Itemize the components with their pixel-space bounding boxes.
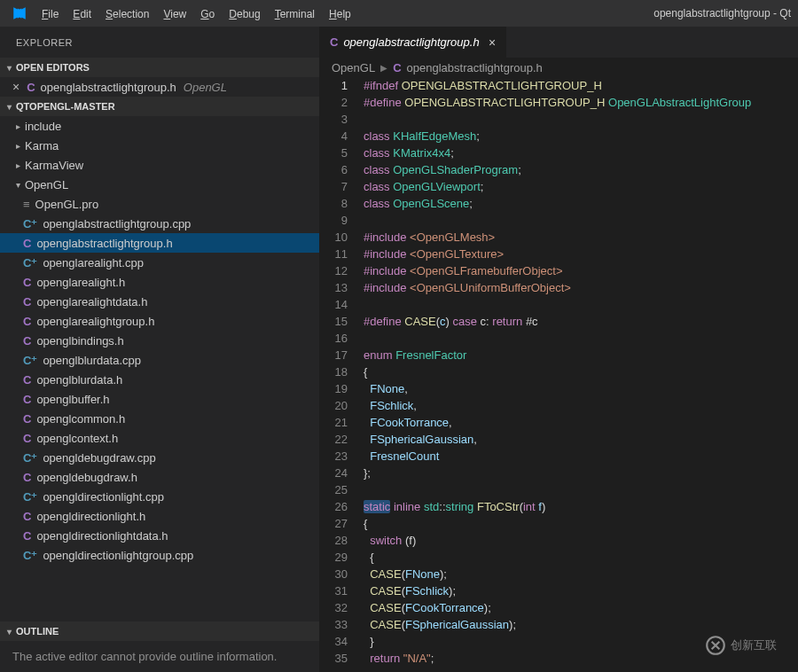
close-icon[interactable]: × <box>489 35 496 50</box>
file-label: opengldirectionlight.h <box>36 510 145 523</box>
file-label: openglarealightdata.h <box>36 295 147 309</box>
file-item[interactable]: Copenglabstractlightgroup.h <box>0 233 319 253</box>
watermark-text: 创新互联 <box>731 637 777 653</box>
code-content[interactable]: #ifndef OPENGLABSTRACTLIGHTGROUP_H#defin… <box>364 77 798 672</box>
code-area[interactable]: 1234567891011121314151617181920212223242… <box>319 77 798 672</box>
file-label: openglabstractlightgroup.cpp <box>43 217 191 231</box>
file-label: OpenGL.pro <box>35 198 99 211</box>
file-c-icon: C <box>330 35 338 49</box>
file-item[interactable]: Copenglbindings.h <box>0 331 319 350</box>
file-item[interactable]: C⁺openglarealight.cpp <box>0 253 319 272</box>
app-icon <box>4 4 35 22</box>
file-tree: ▸include▸Karma▸KarmaView▾OpenGL≡OpenGL.p… <box>0 116 319 621</box>
file-c-icon: C <box>23 529 31 543</box>
file-label: openglbindings.h <box>36 334 123 348</box>
file-cpp-icon: C⁺ <box>23 451 37 465</box>
folder-label: Karma <box>25 139 59 152</box>
tab-label: openglabstractlightgroup.h <box>343 35 479 49</box>
file-c-icon: C <box>23 432 31 445</box>
file-c-icon: C <box>23 471 31 484</box>
file-cpp-icon: C⁺ <box>23 256 37 270</box>
chevron-right-icon: ▸ <box>12 160 23 170</box>
file-item[interactable]: C⁺opengldebugdraw.cpp <box>0 448 319 467</box>
chevron-right-icon: ▸ <box>12 121 23 131</box>
file-c-icon: C <box>23 373 31 387</box>
file-name: openglabstractlightgroup.h <box>41 81 176 94</box>
chevron-down-icon: ▾ <box>12 180 23 190</box>
file-label: openglblurdata.h <box>36 373 122 387</box>
folder-include[interactable]: ▸include <box>0 116 319 136</box>
chevron-down-icon: ▾ <box>4 102 14 112</box>
file-c-icon: C <box>23 510 31 523</box>
file-c-icon: C <box>23 276 31 289</box>
file-label: opengldirectionlightdata.h <box>36 529 168 543</box>
file-item[interactable]: Copenglcontext.h <box>0 428 319 448</box>
menu-terminal[interactable]: Terminal <box>268 4 322 24</box>
file-label: openglarealight.h <box>36 276 125 289</box>
window-title: openglabstractlightgroup - Qt <box>650 7 794 20</box>
file-label: opengldebugdraw.h <box>36 471 137 484</box>
file-label: opengldirectionlight.cpp <box>43 490 164 504</box>
menu-go[interactable]: Go <box>193 4 222 24</box>
tab-bar: C openglabstractlightgroup.h × <box>319 27 798 58</box>
chevron-right-icon: ▶ <box>380 63 387 73</box>
close-icon[interactable]: × <box>12 80 20 94</box>
menu-file[interactable]: File <box>35 4 66 24</box>
file-icon: ≡ <box>23 198 30 211</box>
file-c-icon: C <box>23 412 31 426</box>
menu-view[interactable]: View <box>156 4 193 24</box>
file-c-icon: C <box>23 334 31 348</box>
file-label: opengldebugdraw.cpp <box>43 451 155 465</box>
breadcrumb-seg[interactable]: openglabstractlightgroup.h <box>407 61 543 74</box>
file-item[interactable]: ≡OpenGL.pro <box>0 194 319 214</box>
file-item[interactable]: Copenglblurdata.h <box>0 370 319 389</box>
file-item[interactable]: C⁺opengldirectionlightgroup.cpp <box>0 545 319 565</box>
file-label: openglbuffer.h <box>36 393 109 406</box>
file-label: openglblurdata.cpp <box>43 354 141 367</box>
file-label: openglcommon.h <box>36 412 125 426</box>
file-item[interactable]: C⁺openglabstractlightgroup.cpp <box>0 214 319 233</box>
line-gutter: 1234567891011121314151617181920212223242… <box>319 77 364 672</box>
file-c-icon: C <box>27 81 35 94</box>
section-outline[interactable]: ▾ OUTLINE <box>0 621 319 641</box>
folder-suffix: OpenGL <box>184 81 227 94</box>
section-project[interactable]: ▾ QTOPENGL-MASTER <box>0 97 319 116</box>
file-item[interactable]: Copengldebugdraw.h <box>0 467 319 487</box>
watermark: 创新互联 <box>704 628 789 663</box>
file-label: openglabstractlightgroup.h <box>36 237 172 250</box>
open-editor-item[interactable]: ×Copenglabstractlightgroup.hOpenGL <box>0 77 319 97</box>
file-item[interactable]: C⁺openglblurdata.cpp <box>0 350 319 370</box>
folder-label: KarmaView <box>25 159 83 172</box>
menu-edit[interactable]: Edit <box>66 4 98 24</box>
editor: C openglabstractlightgroup.h × OpenGL ▶ … <box>319 27 798 672</box>
file-item[interactable]: Copenglbuffer.h <box>0 389 319 409</box>
file-item[interactable]: Copengldirectionlightdata.h <box>0 526 319 545</box>
folder-karmaview[interactable]: ▸KarmaView <box>0 155 319 175</box>
file-item[interactable]: Copenglarealightgroup.h <box>0 311 319 331</box>
folder-karma[interactable]: ▸Karma <box>0 136 319 155</box>
file-cpp-icon: C⁺ <box>23 490 37 504</box>
section-label: OPEN EDITORS <box>16 62 90 73</box>
tab-active[interactable]: C openglabstractlightgroup.h × <box>319 27 507 58</box>
file-c-icon: C <box>23 295 31 309</box>
menu-debug[interactable]: Debug <box>222 4 267 24</box>
chevron-down-icon: ▾ <box>4 627 14 637</box>
menubar: FileEditSelectionViewGoDebugTerminalHelp… <box>0 0 798 27</box>
section-label: OUTLINE <box>16 626 59 637</box>
menu-help[interactable]: Help <box>322 4 358 24</box>
breadcrumb[interactable]: OpenGL ▶ C openglabstractlightgroup.h <box>319 58 798 77</box>
sidebar-title: EXPLORER <box>0 27 319 58</box>
breadcrumb-seg[interactable]: OpenGL <box>332 61 375 74</box>
section-open-editors[interactable]: ▾ OPEN EDITORS <box>0 58 319 77</box>
file-item[interactable]: C⁺opengldirectionlight.cpp <box>0 487 319 506</box>
chevron-right-icon: ▸ <box>12 141 23 151</box>
file-item[interactable]: Copenglarealightdata.h <box>0 292 319 311</box>
file-item[interactable]: Copengldirectionlight.h <box>0 506 319 526</box>
folder-opengl[interactable]: ▾OpenGL <box>0 175 319 194</box>
menu-selection[interactable]: Selection <box>98 4 156 24</box>
file-c-icon: C <box>23 393 31 406</box>
file-item[interactable]: Copenglcommon.h <box>0 409 319 428</box>
file-label: openglarealightgroup.h <box>36 315 154 328</box>
outline-message: The active editor cannot provide outline… <box>0 641 319 672</box>
file-item[interactable]: Copenglarealight.h <box>0 272 319 292</box>
